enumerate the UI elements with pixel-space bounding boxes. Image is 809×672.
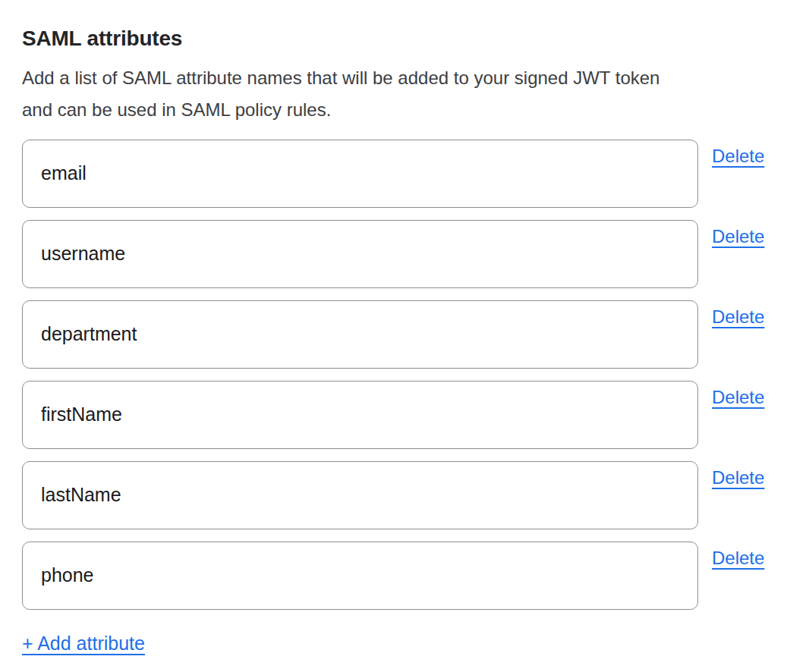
saml-attributes-section: SAML attributes Add a list of SAML attri…	[0, 0, 809, 655]
delete-attribute-link[interactable]: Delete	[712, 146, 764, 168]
attribute-name-input[interactable]	[22, 220, 698, 288]
attribute-row: Delete	[22, 220, 787, 288]
section-description-line: and can be used in SAML policy rules.	[22, 94, 787, 126]
attribute-name-input[interactable]	[22, 461, 698, 529]
attribute-name-input[interactable]	[22, 542, 698, 610]
attribute-row: Delete	[22, 542, 787, 610]
section-description: Add a list of SAML attribute names that …	[22, 62, 787, 126]
section-description-line: Add a list of SAML attribute names that …	[22, 62, 787, 94]
attribute-name-input[interactable]	[22, 381, 698, 449]
attribute-name-input[interactable]	[22, 140, 698, 208]
delete-attribute-link[interactable]: Delete	[712, 467, 764, 489]
delete-attribute-link[interactable]: Delete	[712, 306, 764, 328]
add-attribute-link[interactable]: + Add attribute	[22, 632, 145, 655]
attribute-row: Delete	[22, 381, 787, 449]
attribute-row: Delete	[22, 300, 787, 369]
attribute-name-input[interactable]	[22, 300, 698, 369]
delete-attribute-link[interactable]: Delete	[712, 226, 764, 248]
delete-attribute-link[interactable]: Delete	[712, 548, 764, 570]
attribute-row: Delete	[22, 140, 787, 208]
section-title: SAML attributes	[22, 26, 787, 52]
attribute-row: Delete	[22, 461, 787, 529]
delete-attribute-link[interactable]: Delete	[712, 387, 764, 409]
